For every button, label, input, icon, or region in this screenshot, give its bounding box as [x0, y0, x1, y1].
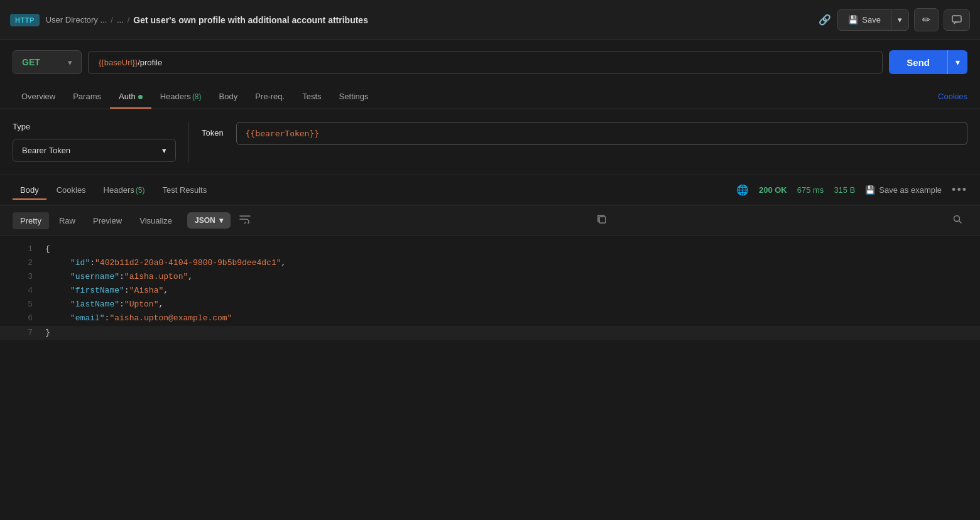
breadcrumb-title: Get user's own profile with additional a…	[133, 15, 368, 25]
request-tabs: Overview Params Auth Headers(8) Body Pre…	[0, 84, 980, 109]
top-bar: HTTP User Directory ... / ... / Get user…	[0, 0, 980, 40]
json-line-6: 6 "email": "aisha.upton@example.com"	[0, 311, 980, 325]
copy-icon	[597, 214, 607, 224]
tab-auth[interactable]: Auth	[110, 84, 151, 109]
copy-button[interactable]	[592, 210, 612, 230]
svg-rect-0	[952, 16, 961, 22]
search-icon	[952, 214, 962, 224]
auth-token-section: Token {{bearerToken}}	[202, 122, 967, 162]
url-bar: GET ▾ {{baseUrl}}/profile Send ▾	[0, 40, 980, 84]
json-line-2: 2 "id": "402b11d2-20a0-4104-9800-9b5b9de…	[0, 256, 980, 270]
tab-prereq[interactable]: Pre-req.	[246, 84, 293, 109]
breadcrumb-collection[interactable]: User Directory ...	[46, 15, 107, 24]
auth-type-chevron-icon: ▾	[162, 146, 166, 155]
url-path: /profile	[138, 58, 162, 67]
save-button[interactable]: 💾 Save	[838, 10, 891, 30]
json-viewer: 1 { 2 "id": "402b11d2-20a0-4104-9800-9b5…	[0, 236, 980, 492]
resp-tab-headers[interactable]: Headers(5)	[96, 180, 153, 200]
search-button[interactable]	[947, 210, 967, 230]
json-line-5: 5 "lastName": "Upton",	[0, 298, 980, 311]
tab-settings[interactable]: Settings	[330, 84, 378, 109]
send-btn-group: Send ▾	[889, 50, 967, 74]
format-bar: Pretty Raw Preview Visualize JSON ▾	[0, 205, 980, 236]
chat-icon	[952, 15, 962, 25]
link-icon[interactable]: 🔗	[819, 14, 831, 26]
auth-type-select[interactable]: Bearer Token ▾	[13, 139, 176, 162]
send-button[interactable]: Send	[889, 51, 947, 74]
response-bar: Body Cookies Headers(5) Test Results 🌐 2…	[0, 175, 980, 205]
wrap-button[interactable]	[233, 211, 257, 230]
save-example-icon: 💾	[865, 185, 875, 195]
json-line-1: 1 {	[0, 242, 980, 256]
globe-icon: 🌐	[736, 184, 749, 196]
response-size: 315 B	[834, 185, 855, 195]
breadcrumb-mid[interactable]: ...	[117, 15, 124, 24]
auth-active-dot	[138, 95, 143, 99]
json-line-3: 3 "username": "aisha.upton",	[0, 270, 980, 284]
tab-cookies[interactable]: Cookies	[938, 92, 967, 101]
json-line-7: 7 }	[0, 326, 980, 340]
method-label: GET	[22, 57, 40, 67]
save-dropdown-button[interactable]: ▾	[891, 10, 908, 30]
breadcrumb: User Directory ... / ... / Get user's ow…	[46, 15, 808, 25]
http-badge: HTTP	[10, 14, 40, 26]
response-status: 200 OK	[759, 185, 787, 195]
svg-rect-1	[599, 217, 606, 223]
json-chevron-icon: ▾	[219, 216, 223, 225]
tab-headers[interactable]: Headers(8)	[151, 84, 210, 109]
resp-tab-test-results[interactable]: Test Results	[155, 180, 214, 200]
auth-type-value: Bearer Token	[22, 146, 70, 155]
save-btn-group: 💾 Save ▾	[837, 9, 909, 31]
format-visualize[interactable]: Visualize	[132, 212, 180, 229]
tab-params[interactable]: Params	[64, 84, 110, 109]
token-label: Token	[202, 122, 224, 138]
tab-overview[interactable]: Overview	[13, 84, 64, 109]
auth-type-section: Type Bearer Token ▾	[13, 122, 176, 162]
json-line-4: 4 "firstName": "Aisha",	[0, 284, 980, 298]
more-options-button[interactable]: •••	[952, 183, 967, 197]
format-pretty[interactable]: Pretty	[13, 212, 49, 229]
base-url-variable: {{baseUrl}}	[99, 58, 138, 67]
url-input[interactable]: {{baseUrl}}/profile	[88, 51, 883, 74]
save-floppy-icon: 💾	[848, 15, 858, 24]
response-meta: 🌐 200 OK 675 ms 315 B 💾 Save as example …	[736, 183, 967, 197]
resp-tab-body[interactable]: Body	[13, 180, 46, 200]
top-actions: 💾 Save ▾ ✏	[837, 8, 970, 31]
method-dropdown-icon: ▾	[68, 58, 72, 67]
format-preview[interactable]: Preview	[85, 212, 129, 229]
tab-body[interactable]: Body	[210, 84, 247, 109]
tab-tests[interactable]: Tests	[293, 84, 330, 109]
auth-type-label: Type	[13, 122, 176, 131]
resp-tab-cookies[interactable]: Cookies	[49, 180, 94, 200]
response-tabs: Body Cookies Headers(5) Test Results	[13, 180, 214, 200]
token-input[interactable]: {{bearerToken}}	[236, 122, 967, 145]
send-dropdown-button[interactable]: ▾	[948, 51, 967, 73]
format-raw[interactable]: Raw	[52, 212, 83, 229]
wrap-icon	[239, 215, 251, 224]
chat-button[interactable]	[944, 9, 970, 31]
edit-button[interactable]: ✏	[914, 8, 939, 31]
auth-divider	[188, 122, 189, 162]
save-example-button[interactable]: 💾 Save as example	[865, 185, 942, 195]
method-select[interactable]: GET ▾	[13, 50, 82, 74]
response-time: 675 ms	[797, 185, 824, 195]
auth-section: Type Bearer Token ▾ Token {{bearerToken}…	[0, 109, 980, 175]
json-type-select[interactable]: JSON ▾	[187, 212, 231, 229]
